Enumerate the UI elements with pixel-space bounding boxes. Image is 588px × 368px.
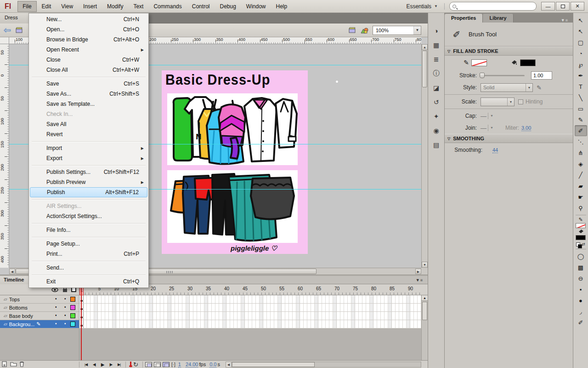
file-menu-item[interactable]: Export ▶: [30, 153, 147, 163]
file-menu-item[interactable]: Close All Ctrl+Alt+W: [30, 65, 147, 75]
fill-color-chip[interactable]: [576, 235, 586, 240]
timeline-tab[interactable]: Timeline: [0, 276, 33, 284]
layer-lock-dot[interactable]: •: [64, 305, 66, 310]
panel-tab[interactable]: Library: [483, 14, 513, 23]
file-menu-item[interactable]: [30, 221, 147, 225]
file-menu-item[interactable]: Open... Ctrl+O: [30, 24, 147, 34]
scroll-down-arrow[interactable]: ▼: [422, 262, 428, 268]
eyedropper-tool[interactable]: ╱: [575, 169, 587, 180]
timeline-horizontal-scrollbar[interactable]: ◀: [226, 362, 421, 368]
play-button[interactable]: ▶: [98, 361, 107, 368]
project-icon[interactable]: ▤: [431, 140, 442, 150]
slider-thumb[interactable]: [480, 73, 485, 78]
3d-rotation-tool[interactable]: ◔: [575, 48, 587, 59]
panel-menu-icon[interactable]: ▼≡: [561, 18, 568, 23]
smoothing-mode-option[interactable]: ◞: [575, 306, 587, 317]
stroke-color-chip[interactable]: [576, 223, 586, 228]
file-menu-item[interactable]: [30, 163, 147, 167]
brush-tool[interactable]: ✐: [575, 125, 587, 136]
menu-item[interactable]: Window: [241, 1, 271, 12]
file-menu-item[interactable]: Revert: [30, 129, 147, 139]
file-menu-item[interactable]: Browse in Bridge Ctrl+Alt+O: [30, 34, 147, 45]
panel-tab[interactable]: Properties: [445, 14, 483, 23]
fill-color-swatch[interactable]: [520, 59, 536, 66]
zoom-level-select[interactable]: 100% ▼: [373, 26, 421, 35]
stroke-weight-input[interactable]: 1.00: [531, 71, 552, 80]
components-icon[interactable]: ✦: [431, 111, 442, 121]
history-icon[interactable]: ↺: [431, 97, 442, 107]
timeline-pane-divider[interactable]: [79, 328, 79, 360]
selection-tool[interactable]: ↖: [575, 15, 587, 26]
cap-value[interactable]: —: [481, 113, 486, 120]
free-transform-tool[interactable]: ▢: [575, 37, 587, 48]
file-menu-item[interactable]: [30, 273, 147, 276]
paint-bucket-tool[interactable]: ◈: [575, 158, 587, 169]
onion-skin-outline-icon[interactable]: [154, 362, 161, 367]
timeline-layer-row[interactable]: ▱ Base body ✎ • •: [0, 312, 428, 320]
file-menu-item[interactable]: File Info...: [30, 225, 147, 235]
layer-name-cell[interactable]: ▱ Tops ✎ • •: [0, 295, 79, 304]
current-frame-value[interactable]: 1: [178, 362, 181, 368]
file-menu-item[interactable]: Open Recent ▶: [30, 45, 147, 55]
layer-visibility-dot[interactable]: •: [55, 296, 57, 301]
layer-frames-strip[interactable]: [79, 295, 428, 304]
go-to-last-frame-button[interactable]: ▶|: [115, 361, 123, 368]
subselection-tool[interactable]: ↖: [575, 26, 587, 37]
menu-item[interactable]: Insert: [78, 1, 102, 12]
file-menu-item[interactable]: [30, 235, 147, 239]
file-menu-item[interactable]: Save as Template...: [30, 99, 147, 109]
layer-frames-strip[interactable]: [79, 312, 428, 320]
color-icon[interactable]: ◑: [431, 26, 442, 36]
menu-item[interactable]: View: [56, 1, 78, 12]
text-tool[interactable]: T: [575, 81, 587, 92]
fill-and-stroke-section-header[interactable]: ▽ FILL AND STROKE: [445, 46, 573, 56]
scroll-up-arrow[interactable]: ▲: [422, 44, 428, 50]
file-menu-item[interactable]: Page Setup...: [30, 239, 147, 249]
scene-icon[interactable]: [16, 27, 23, 33]
file-menu-item[interactable]: Save All: [30, 119, 147, 129]
menu-item[interactable]: Modify: [102, 1, 128, 12]
vertical-scrollbar[interactable]: ▲ ▼: [421, 44, 428, 268]
pencil-tool[interactable]: ✎: [575, 114, 587, 125]
minimize-button[interactable]: —: [541, 2, 555, 11]
search-input[interactable]: [458, 4, 533, 9]
info-icon[interactable]: ⓘ: [431, 69, 442, 79]
line-tool[interactable]: ╲: [575, 92, 587, 103]
lock-fill-toggle[interactable]: ▩: [575, 262, 587, 273]
workspace-switcher[interactable]: Essentials ▼: [406, 3, 445, 10]
layer-frames-strip[interactable]: [79, 304, 428, 312]
cap-dropdown-arrow[interactable]: ▼: [488, 113, 493, 119]
modify-markers-icon[interactable]: [·]: [171, 362, 175, 367]
menu-item[interactable]: Control: [187, 1, 215, 12]
layer-color-swatch[interactable]: [70, 297, 75, 302]
menu-item[interactable]: Help: [271, 1, 293, 12]
menu-item[interactable]: Text: [128, 1, 148, 12]
motion-presets-icon[interactable]: ◉: [431, 126, 442, 136]
stage[interactable]: Basic Dress-Up: [162, 70, 308, 254]
timeline-layer-row[interactable]: ▱ Backgrou... ✎ • •: [0, 320, 428, 328]
file-menu-item[interactable]: [30, 139, 147, 143]
timeline-vertical-scrollbar[interactable]: ▲: [421, 295, 428, 360]
swap-colors-icon[interactable]: ⇄: [582, 242, 585, 247]
file-menu-item[interactable]: Print... Ctrl+P: [30, 249, 147, 259]
layer-name-cell[interactable]: ▱ Backgrou... ✎ • •: [0, 320, 79, 328]
layer-visibility-dot[interactable]: •: [55, 305, 57, 310]
step-forward-button[interactable]: |▶: [107, 361, 115, 368]
lasso-tool[interactable]: ℘: [575, 59, 587, 70]
layer-color-swatch[interactable]: [70, 313, 75, 318]
back-arrow-icon[interactable]: ⇦: [4, 25, 11, 35]
scroll-right-arrow[interactable]: ▶: [415, 269, 421, 274]
layer-name-cell[interactable]: ▱ Bottoms ✎ • •: [0, 304, 79, 312]
hand-tool[interactable]: ☛: [575, 191, 587, 202]
file-menu-item[interactable]: Publish Preview ▶: [30, 177, 147, 187]
layer-lock-dot[interactable]: •: [64, 313, 66, 318]
zoom-tool[interactable]: ⚲: [575, 202, 587, 213]
file-menu-item[interactable]: [30, 197, 147, 201]
file-menu-item[interactable]: Save As... Ctrl+Shift+S: [30, 89, 147, 99]
file-menu-item[interactable]: Import ▶: [30, 143, 147, 153]
file-menu-item[interactable]: Save Ctrl+S: [30, 79, 147, 89]
onion-skin-icon[interactable]: [145, 362, 152, 367]
edit-symbols-icon[interactable]: [360, 27, 369, 34]
edit-stroke-style-icon[interactable]: ✎: [537, 84, 542, 91]
layer-lock-dot[interactable]: •: [64, 321, 66, 326]
